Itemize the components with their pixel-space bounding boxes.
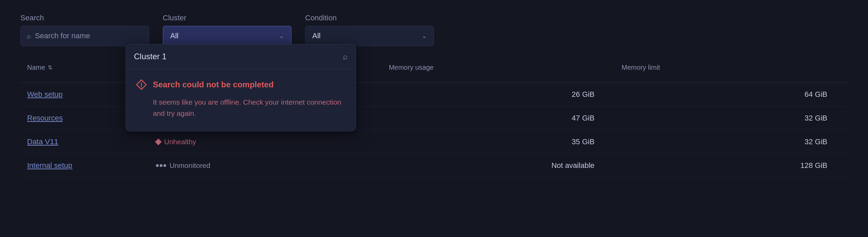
row-status-internal-setup: Unmonitored	[149, 155, 382, 176]
svg-point-2	[141, 86, 142, 87]
status-text-unmonitored: Unmonitored	[170, 161, 210, 170]
condition-filter-group: Condition All ⌄	[305, 14, 434, 46]
row-limit-data-v11: 32 GiB	[615, 131, 848, 152]
status-diamond-icon	[155, 138, 162, 145]
row-memory-resources: 47 GiB	[382, 108, 615, 129]
cluster-value: All	[170, 31, 279, 40]
search-icon: ⌕	[27, 32, 31, 40]
row-limit-internal-setup: 128 GiB	[615, 155, 848, 176]
error-title-text: Search could not be completed	[153, 80, 274, 89]
cluster-filter-group: Cluster All ⌄	[163, 14, 292, 46]
cluster-dropdown-popup: ⌕ Search could not be completed It seems…	[125, 44, 356, 131]
popup-error-section: Search could not be completed It seems l…	[126, 69, 356, 131]
condition-value: All	[312, 31, 422, 40]
filter-bar: Search ⌕ Cluster All ⌄ Condition All ⌄	[20, 14, 848, 46]
table-row: Data V11 Unhealthy 35 GiB 32 GiB	[20, 130, 848, 154]
error-title-row: Search could not be completed	[135, 79, 346, 91]
col-name-text: Name	[27, 64, 45, 71]
status-dots-icon	[156, 164, 166, 167]
col-header-memory-usage: Memory usage	[382, 58, 615, 77]
cluster-dropdown[interactable]: All ⌄	[163, 26, 292, 46]
row-name-internal-setup[interactable]: Internal setup	[20, 155, 149, 176]
status-text-unhealthy: Unhealthy	[164, 138, 196, 146]
row-memory-web-setup: 26 GiB	[382, 84, 615, 105]
chevron-down-icon-condition: ⌄	[422, 32, 427, 40]
row-memory-data-v11: 35 GiB	[382, 131, 615, 152]
condition-dropdown[interactable]: All ⌄	[305, 26, 434, 46]
error-diamond-icon	[135, 79, 147, 91]
row-limit-resources: 32 GiB	[615, 108, 848, 129]
condition-label: Condition	[305, 14, 434, 22]
col-header-memory-limit: Memory limit	[615, 58, 848, 77]
row-name-data-v11[interactable]: Data V11	[20, 131, 149, 152]
popup-search-row: ⌕	[126, 44, 356, 69]
popup-search-input[interactable]	[134, 52, 338, 61]
search-input[interactable]	[35, 31, 143, 40]
popup-search-icon: ⌕	[343, 52, 348, 61]
cluster-label: Cluster	[163, 14, 292, 22]
search-filter-group: Search ⌕	[20, 14, 149, 46]
search-label: Search	[20, 14, 149, 22]
row-limit-web-setup: 64 GiB	[615, 84, 848, 105]
chevron-down-icon: ⌄	[279, 32, 284, 40]
table-row: Internal setup Unmonitored Not available…	[20, 154, 848, 177]
sort-icon[interactable]: ⇅	[48, 64, 52, 71]
search-input-wrapper: ⌕	[20, 26, 149, 46]
row-status-data-v11: Unhealthy	[149, 132, 382, 152]
row-memory-internal-setup: Not available	[382, 155, 615, 176]
error-description-text: It seems like you are offline. Check you…	[135, 97, 346, 119]
